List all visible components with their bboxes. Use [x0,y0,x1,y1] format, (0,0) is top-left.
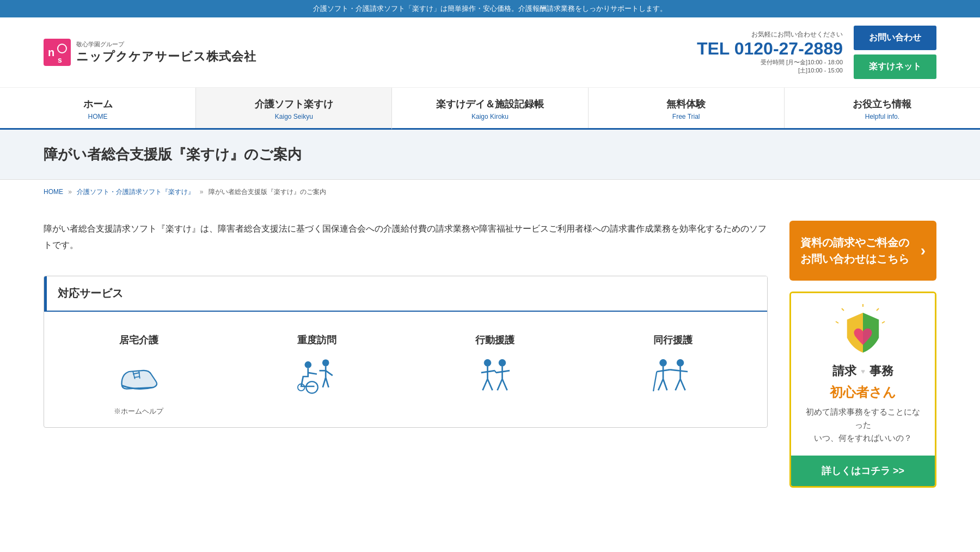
svg-line-13 [326,378,328,387]
page-title: 障がい者総合支援版『楽すけ』のご案内 [44,145,936,164]
nav-home[interactable]: ホーム HOME [0,88,196,128]
nav-free-trial-ja: 無料体験 [594,98,779,111]
nav-free-trial[interactable]: 無料体験 Free Trial [589,88,785,128]
behavior-support-icon [470,355,519,398]
sidebar-cta[interactable]: 資料の請求やご料金のお問い合わせはこちら › [789,221,936,281]
logo-group-name: 敬心学園グループ [76,40,256,48]
service-section: 対応サービス 居宅介護 [44,276,768,428]
sidebar-banner-title-2: 事務 [869,363,893,379]
svg-text:s: s [58,56,62,64]
svg-line-25 [495,371,509,373]
svg-line-37 [670,369,687,372]
svg-text:n: n [48,46,54,58]
nav-helpful-info-en: Helpful info. [790,113,975,120]
severe-visit-icon [292,355,341,398]
sidebar-cta-text: 資料の請求やご料金のお問い合わせはこちら [800,234,909,267]
svg-point-8 [322,359,329,366]
svg-line-10 [326,371,333,375]
nav-free-trial-en: Free Trial [594,113,779,120]
service-label-accompaniment: 同行援護 [653,333,693,347]
svg-line-12 [322,378,325,387]
nav-day-facility-en: Kaigo Kiroku [397,113,582,120]
svg-line-33 [663,379,667,390]
svg-line-31 [657,369,670,372]
svg-line-28 [495,371,496,373]
svg-point-35 [677,359,684,366]
breadcrumb-current: 障がい者総合支援版『楽すけ』のご案内 [209,188,326,196]
contact-hours-1: 受付時間 [月〜金]10:00 - 18:00 [697,58,843,66]
home-care-icon [114,355,163,398]
service-item-accompaniment: 同行援護 [589,333,756,416]
contact-hours-2: [土]10:00 - 15:00 [697,66,843,75]
svg-line-32 [658,379,663,390]
navigation: ホーム HOME 介護ソフト楽すけ Kaigo Seikyu 楽すけデイ＆施設記… [0,88,980,130]
accompaniment-icon [648,355,697,398]
content-left: 障がい者総合支援請求ソフト『楽すけ』は、障害者総合支援法に基づく国保連合会への介… [44,221,768,488]
service-item-home-care: 居宅介護 [55,333,222,416]
sidebar-banner-sub2: いつ、何をすればいいの？ [814,433,912,442]
header-right: お気軽にお問い合わせください TEL 0120-27-2889 受付時間 [月〜… [697,26,936,79]
nav-kaigo-soft-en: Kaigo Seikyu [201,113,386,120]
header-buttons: お問い合わせ 楽すけネット [854,26,936,79]
content-right: 資料の請求やご料金のお問い合わせはこちら › [789,221,936,488]
sidebar-banner[interactable]: 請求 ♥ 事務 初心者さん 初めて請求事務をすることになった いつ、何をすればい… [789,292,936,488]
nav-day-facility[interactable]: 楽すけデイ＆施設記録帳 Kaigo Kiroku [392,88,588,128]
svg-line-21 [482,379,487,390]
contact-info: お気軽にお問い合わせください TEL 0120-27-2889 受付時間 [月〜… [697,30,843,75]
service-grid: 居宅介護 [44,312,767,427]
svg-point-15 [306,381,318,393]
nav-helpful-info-ja: お役立ち情報 [790,98,975,111]
heart-shield-illustration [833,304,893,359]
logo-text-area: 敬心学園グループ ニップクケアサービス株式会社 [76,40,256,65]
sidebar-banner-sub1: 初めて請求事務をすることになった [806,407,920,429]
svg-point-23 [499,359,506,366]
svg-line-22 [487,379,492,390]
nav-day-facility-ja: 楽すけデイ＆施設記録帳 [397,98,582,111]
service-item-behavior-support: 行動援護 [411,333,578,416]
svg-line-20 [481,371,494,373]
header: n s 敬心学園グループ ニップクケアサービス株式会社 お気軽にお問い合わせくだ… [0,17,980,88]
contact-button[interactable]: お問い合わせ [854,26,936,50]
breadcrumb: HOME » 介護ソフト・介護請求ソフト『楽すけ』 » 障がい者総合支援版『楽す… [0,180,980,204]
svg-line-44 [836,322,838,323]
rakusuke-net-button[interactable]: 楽すけネット [854,54,936,79]
contact-label: お気軽にお問い合わせください [697,30,843,39]
sidebar-cta-arrow: › [921,242,926,259]
main-content: 障がい者総合支援請求ソフト『楽すけ』は、障害者総合支援法に基づく国保連合会への介… [0,204,980,520]
top-banner-text: 介護ソフト・介護請求ソフト「楽すけ」は簡単操作・安心価格。介護報酬請求業務をしっ… [313,4,667,13]
svg-line-39 [680,379,685,390]
service-title: 対応サービス [44,276,767,312]
breadcrumb-parent[interactable]: 介護ソフト・介護請求ソフト『楽すけ』 [77,188,194,196]
nav-kaigo-soft[interactable]: 介護ソフト楽すけ Kaigo Seikyu [196,88,392,130]
page-description: 障がい者総合支援請求ソフト『楽すけ』は、障害者総合支援法に基づく国保連合会への介… [44,221,768,254]
page-title-section: 障がい者総合支援版『楽すけ』のご案内 [0,130,980,180]
sidebar-banner-highlight: 初心者さん [830,384,896,401]
logo-icon: n s [44,39,71,66]
service-label-behavior-support: 行動援護 [475,333,514,347]
svg-line-34 [653,372,657,391]
nav-home-ja: ホーム [5,98,190,111]
svg-point-29 [659,359,666,366]
sidebar-banner-sub: 初めて請求事務をすることになった いつ、何をすればいいの？ [802,405,924,445]
logo-area: n s 敬心学園グループ ニップクケアサービス株式会社 [44,39,256,66]
breadcrumb-sep-1: » [68,188,72,196]
nav-home-en: HOME [5,113,190,120]
svg-line-42 [882,322,885,323]
breadcrumb-home[interactable]: HOME [44,188,63,196]
svg-line-26 [497,379,502,390]
top-banner: 介護ソフト・介護請求ソフト「楽すけ」は簡単操作・安心価格。介護報酬請求業務をしっ… [0,0,980,17]
svg-point-14 [304,361,311,368]
svg-line-43 [842,308,844,311]
svg-line-17 [308,373,316,374]
nav-helpful-info[interactable]: お役立ち情報 Helpful info. [785,88,980,128]
sidebar-banner-title-1: 請求 [832,363,856,379]
contact-tel: TEL 0120-27-2889 [697,39,843,58]
sidebar-banner-top: 請求 ♥ 事務 初心者さん 初めて請求事務をすることになった いつ、何をすればい… [791,293,935,456]
breadcrumb-sep-2: » [200,188,204,196]
logo-company-name: ニップクケアサービス株式会社 [76,48,256,65]
service-sublabel-home-care: ※ホームヘルプ [114,407,163,416]
sidebar-banner-button[interactable]: 詳しくはコチラ >> [791,456,935,486]
sidebar-heart-icon: ♥ [861,367,865,375]
svg-line-38 [675,379,680,390]
sidebar-banner-title: 請求 ♥ 事務 [832,363,893,379]
